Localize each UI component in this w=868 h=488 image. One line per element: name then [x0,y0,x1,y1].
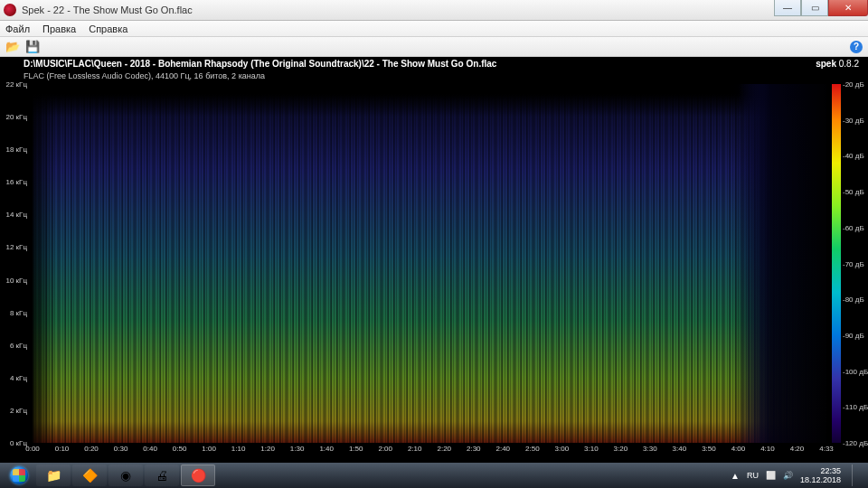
y-tick: 0 кГц [10,439,27,447]
x-tick: 1:40 [319,445,334,453]
y-tick: 14 кГц [5,211,27,219]
show-desktop-button[interactable] [852,465,859,486]
x-tick: 0:00 [25,445,40,453]
window-buttons: — ▭ ✕ [774,0,868,16]
y-tick: 10 кГц [5,276,27,284]
x-tick: 3:20 [614,445,628,453]
x-tick: 1:50 [349,445,363,453]
db-tick: -60 дБ [843,223,864,231]
x-tick: 3:10 [584,445,599,453]
db-tick: -30 дБ [843,116,864,124]
y-tick: 2 кГц [10,406,27,414]
x-tick: 0:40 [143,445,157,453]
tray-network-icon[interactable]: ⬜ [766,471,776,480]
x-tick: 0:30 [114,445,128,453]
window-title: Spek - 22 - The Show Must Go On.flac [22,5,193,15]
x-tick: 3:30 [643,445,657,453]
x-tick: 4:20 [790,445,805,453]
x-tick: 4:33 [819,445,834,453]
app-version-label: spek 0.8.2 [816,59,859,69]
window-titlebar: Spek - 22 - The Show Must Go On.flac — ▭… [0,0,868,21]
x-tick: 4:10 [760,445,775,453]
content-area: D:\MUSIC\FLAC\Queen - 2018 - Bohemian Rh… [0,57,868,463]
x-tick: 2:10 [408,445,422,453]
help-icon[interactable]: ? [850,41,863,53]
windows-taskbar: 📁 🔶 ◉ 🖨 🔴 ▲ RU ⬜ 🔊 22:35 18.12.2018 [0,463,868,488]
y-tick: 12 кГц [5,243,27,251]
y-tick: 6 кГц [10,341,27,349]
db-tick: -20 дБ [843,80,864,89]
db-tick: -80 дБ [843,296,864,304]
taskbar-app-aimp[interactable]: 🔶 [72,465,107,486]
codec-info-label: FLAC (Free Lossless Audio Codec), 44100 … [24,71,265,80]
db-tick: -90 дБ [843,331,864,339]
db-tick: -100 дБ [843,367,868,375]
spectrogram-plot [33,84,826,443]
db-tick: -70 дБ [843,259,864,267]
x-tick: 2:30 [467,445,481,453]
tray-time: 22:35 [800,466,841,475]
menu-file[interactable]: Файл [5,23,30,34]
language-indicator[interactable]: RU [747,471,759,480]
taskbar-app-spek[interactable]: 🔴 [181,465,215,486]
toolbar: 📂 💾 ? [0,37,868,57]
y-tick: 16 кГц [5,178,27,186]
x-tick: 0:10 [55,445,70,453]
windows-orb-icon [10,466,28,484]
menu-bar: Файл Правка Справка [0,21,868,37]
y-tick: 18 кГц [5,145,27,154]
y-tick: 22 кГц [5,80,27,89]
x-tick: 1:30 [290,445,305,453]
x-tick: 2:50 [525,445,540,453]
frequency-axis: 22 кГц20 кГц18 кГц16 кГц14 кГц12 кГц10 к… [0,84,31,443]
x-tick: 0:20 [84,445,99,453]
x-tick: 1:00 [202,445,216,453]
taskbar-app-printer[interactable]: 🖨 [145,465,179,486]
close-button[interactable]: ✕ [828,0,868,16]
x-tick: 4:00 [731,445,746,453]
high-freq-rolloff [33,84,826,117]
x-tick: 3:40 [673,445,687,453]
y-tick: 8 кГц [10,308,27,316]
system-tray: ▲ RU ⬜ 🔊 22:35 18.12.2018 [731,465,864,486]
taskbar-app-chrome[interactable]: ◉ [108,465,143,486]
x-tick: 2:40 [495,445,510,453]
file-path-label: D:\MUSIC\FLAC\Queen - 2018 - Bohemian Rh… [24,59,496,69]
x-tick: 2:20 [437,445,451,453]
tray-date: 18.12.2018 [800,475,841,484]
x-tick: 1:10 [231,445,246,453]
x-tick: 2:00 [378,445,392,453]
time-axis: 0:000:100:200:300:400:501:001:101:201:30… [33,445,826,457]
taskbar-app-explorer[interactable]: 📁 [36,465,71,486]
spectrogram-heatmap [33,84,826,443]
db-axis: -20 дБ-30 дБ-40 дБ-50 дБ-60 дБ-70 дБ-80 … [843,84,868,443]
x-tick: 3:00 [555,445,570,453]
app-icon [4,4,16,16]
x-tick: 3:50 [702,445,716,453]
start-button[interactable] [4,465,34,486]
save-icon[interactable]: 💾 [25,40,40,54]
minimize-button[interactable]: — [774,0,801,16]
fade-out-region [739,84,826,443]
tray-volume-icon[interactable]: 🔊 [783,471,793,480]
x-tick: 0:50 [173,445,187,453]
tray-clock[interactable]: 22:35 18.12.2018 [800,466,841,484]
y-tick: 20 кГц [5,113,27,121]
y-tick: 4 кГц [10,373,27,381]
menu-edit[interactable]: Правка [42,23,76,34]
db-tick: -120 дБ [843,439,868,447]
db-tick: -110 дБ [843,403,868,411]
db-tick: -40 дБ [843,152,864,160]
tray-flag-icon[interactable]: ▲ [731,471,740,481]
menu-help[interactable]: Справка [89,23,127,34]
x-tick: 1:20 [260,445,275,453]
maximize-button[interactable]: ▭ [801,0,828,16]
color-scale-bar [832,84,841,443]
open-file-icon[interactable]: 📂 [5,40,20,54]
db-tick: -50 дБ [843,188,864,196]
